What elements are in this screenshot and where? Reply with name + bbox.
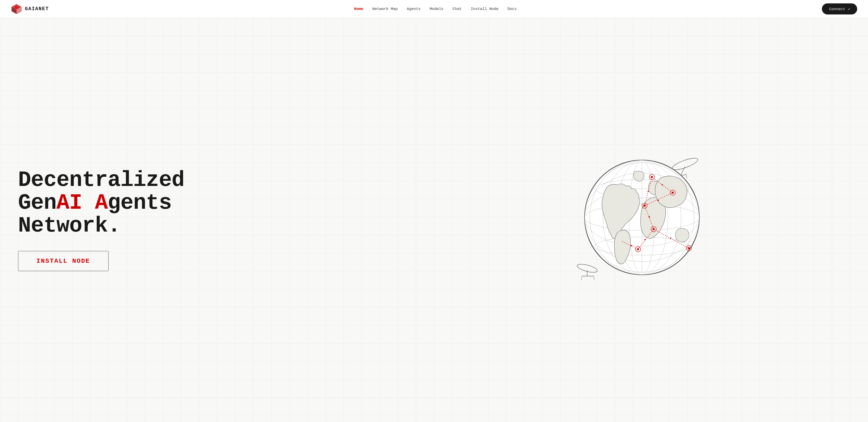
hero-title-line2: GenAI Agents [18, 191, 172, 215]
svg-point-5 [671, 156, 699, 172]
install-node-button[interactable]: INSTALL NODE [18, 251, 108, 271]
nav-item-agents[interactable]: Agents [407, 7, 421, 11]
nav-links: Home Network Map Agents Models Chat Inst… [354, 7, 517, 11]
svg-point-37 [649, 216, 650, 218]
svg-point-40 [631, 245, 632, 246]
nav-link-chat[interactable]: Chat [453, 7, 462, 11]
logo-area[interactable]: GAIANET [11, 3, 49, 15]
nav-link-docs[interactable]: Docs [507, 7, 517, 11]
hero-genai-prefix: Gen [18, 191, 57, 215]
svg-point-34 [662, 184, 663, 186]
svg-text:⬡: ⬡ [687, 247, 689, 250]
nav-link-models[interactable]: Models [430, 7, 443, 11]
globe-svg: ⬡ ⬡ ⬡ ⬡ ⬡ ⬡ [574, 152, 710, 288]
nav-item-install-node[interactable]: Install Node [471, 7, 498, 11]
connect-button[interactable]: Connect ↗ [822, 3, 857, 14]
hero-title: Decentralized GenAI Agents Network. [18, 169, 434, 237]
svg-line-9 [686, 174, 687, 178]
svg-line-15 [594, 276, 594, 280]
nav-link-home[interactable]: Home [354, 7, 364, 11]
svg-line-6 [681, 166, 685, 174]
svg-text:⬡: ⬡ [650, 176, 652, 178]
hero-agents-highlight: A [95, 191, 108, 215]
hero-content: Decentralized GenAI Agents Network. INST… [18, 169, 434, 271]
hero-visual: ⬡ ⬡ ⬡ ⬡ ⬡ ⬡ [434, 152, 850, 288]
hero-genai-highlight1: AI [57, 191, 82, 215]
logo-icon [11, 3, 22, 15]
nav-item-chat[interactable]: Chat [453, 7, 462, 11]
svg-text:⬡: ⬡ [643, 205, 645, 207]
svg-point-38 [645, 239, 646, 240]
nav-item-home[interactable]: Home [354, 7, 364, 11]
nav-link-agents[interactable]: Agents [407, 7, 421, 11]
nav-link-network-map[interactable]: Network Map [372, 7, 398, 11]
svg-text:⬡: ⬡ [652, 228, 654, 231]
hero-section: Decentralized GenAI Agents Network. INST… [0, 18, 868, 422]
svg-point-39 [670, 238, 671, 239]
svg-point-35 [648, 191, 649, 192]
svg-text:⬡: ⬡ [671, 192, 673, 194]
nav-link-install-node[interactable]: Install Node [471, 7, 498, 11]
svg-text:⬡: ⬡ [636, 248, 638, 251]
hero-agents-suffix: gents [107, 191, 172, 215]
logo-text: GAIANET [25, 6, 49, 12]
hero-title-line3: Network. [18, 214, 121, 238]
globe-container: ⬡ ⬡ ⬡ ⬡ ⬡ ⬡ [574, 152, 710, 288]
svg-line-14 [581, 276, 582, 280]
svg-point-36 [657, 200, 659, 201]
nav-item-docs[interactable]: Docs [507, 7, 517, 11]
nav-item-network-map[interactable]: Network Map [372, 7, 398, 11]
nav-item-models[interactable]: Models [430, 7, 443, 11]
navbar: GAIANET Home Network Map Agents Models C… [0, 0, 868, 18]
satellite-bottom [577, 262, 598, 280]
hero-title-line1: Decentralized [18, 168, 184, 192]
